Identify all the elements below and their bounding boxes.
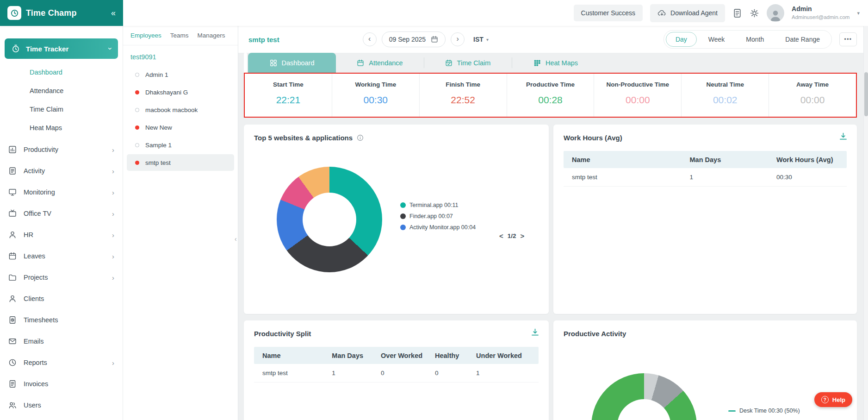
- range-day[interactable]: Day: [666, 32, 697, 47]
- more-options-button[interactable]: •••: [839, 32, 857, 46]
- col-healthy: Healthy: [435, 352, 476, 359]
- employee-list-item[interactable]: New New: [127, 119, 234, 136]
- sidebar-item-attendance[interactable]: Attendance: [0, 81, 123, 100]
- nav-label: Clients: [24, 295, 44, 302]
- sidebar-item-time-claim[interactable]: Time Claim: [0, 100, 123, 119]
- app-body: Time Tracker › Dashboard Attendance Time…: [0, 26, 868, 420]
- topbar-actions: Customer Success Download Agent Admin Ad…: [123, 0, 868, 26]
- sidebar-item-office-tv[interactable]: Office TV›: [0, 203, 123, 224]
- employee-list-item[interactable]: Admin 1: [127, 66, 234, 83]
- customer-success-button[interactable]: Customer Success: [574, 5, 643, 21]
- sidebar-item-leaves[interactable]: Leaves›: [0, 245, 123, 267]
- sidebar-item-projects[interactable]: Projects›: [0, 267, 123, 288]
- vertical-scrollbar[interactable]: [863, 26, 868, 420]
- range-week[interactable]: Week: [699, 32, 735, 47]
- nav-label: Invoices: [24, 380, 48, 388]
- tab-attendance[interactable]: Attendance: [336, 53, 424, 73]
- sidebar-item-hr[interactable]: HR›: [0, 224, 123, 245]
- table-header: Name Man Days Work Hours (Avg): [564, 151, 847, 168]
- user-menu-caret-icon[interactable]: ▾: [857, 10, 860, 16]
- person-icon: [8, 231, 17, 239]
- tab-time-claim[interactable]: Time Claim: [424, 53, 512, 73]
- pagination-page: 1/2: [508, 232, 516, 239]
- employee-list-item-selected[interactable]: smtp test: [127, 154, 234, 171]
- cell-name: smtp test: [262, 370, 332, 376]
- date-picker[interactable]: 09 Sep 2025: [382, 31, 446, 47]
- sidebar-item-invoices[interactable]: Invoices: [0, 373, 123, 395]
- settings-gear-icon[interactable]: [750, 8, 759, 18]
- date-navigation: ‹ 09 Sep 2025 › IST ▾: [363, 31, 489, 47]
- chevron-right-icon: ›: [112, 252, 114, 260]
- tab-teams[interactable]: Teams: [170, 32, 189, 39]
- sidebar-item-reports[interactable]: Reports›: [0, 352, 123, 373]
- stat-away-time: Away Time 00:00: [769, 74, 856, 117]
- status-dot-busy: [135, 161, 139, 165]
- employee-list-item[interactable]: Sample 1: [127, 137, 234, 153]
- sidebar-item-productivity[interactable]: Productivity›: [0, 139, 123, 160]
- status-dot-offline: [135, 108, 139, 112]
- top-apps-donut-chart: [277, 167, 382, 272]
- sidebar-collapse-button[interactable]: «: [110, 8, 117, 18]
- sidebar-item-monitoring[interactable]: Monitoring›: [0, 182, 123, 203]
- chevron-down-icon: ›: [105, 47, 114, 50]
- employee-list-item[interactable]: Dhakshayani G: [127, 84, 234, 100]
- timezone-select[interactable]: IST ▾: [473, 36, 489, 43]
- person-icon: [8, 295, 17, 303]
- tab-heat-maps[interactable]: Heat Maps: [512, 53, 600, 73]
- sidebar-item-clients[interactable]: Clients: [0, 288, 123, 309]
- tab-employees[interactable]: Employees: [130, 32, 161, 39]
- employee-group-label[interactable]: test9091: [123, 45, 238, 66]
- document-icon[interactable]: [732, 8, 742, 18]
- control-bar: smtp test ‹ 09 Sep 2025 › IST ▾ Day: [238, 26, 868, 53]
- help-button[interactable]: ? Help: [814, 392, 852, 407]
- sidebar-item-activity[interactable]: Activity›: [0, 160, 123, 182]
- tab-dashboard[interactable]: Dashboard: [248, 53, 336, 73]
- user-menu[interactable]: Admin Adminuserl@admin.com: [792, 6, 849, 20]
- stat-label: Finish Time: [420, 81, 507, 88]
- range-date-range[interactable]: Date Range: [775, 32, 830, 47]
- next-day-button[interactable]: ›: [451, 32, 465, 46]
- range-toggle: Day Week Month Date Range: [663, 30, 832, 49]
- prev-day-button[interactable]: ‹: [363, 32, 377, 46]
- user-avatar[interactable]: [767, 4, 784, 22]
- tab-managers[interactable]: Managers: [198, 32, 225, 39]
- sidebar-item-heat-maps[interactable]: Heat Maps: [0, 119, 123, 137]
- chevron-right-icon: ›: [112, 210, 114, 218]
- range-controls: Day Week Month Date Range •••: [663, 30, 857, 49]
- work-hours-card: Work Hours (Avg) Name Man Days Work Hour…: [553, 125, 857, 314]
- sidebar-item-time-tracker[interactable]: Time Tracker ›: [5, 38, 118, 59]
- tab-label: Dashboard: [282, 59, 315, 67]
- nav-label: Activity: [24, 167, 45, 175]
- chevron-right-icon: ›: [112, 359, 114, 367]
- top-apps-legend: Terminal.app 00:11 Finder.app 00:07 Acti…: [400, 202, 476, 231]
- legend-label: Desk Time 00:30 (50%): [739, 407, 800, 414]
- nav-label: Productivity: [24, 146, 58, 153]
- download-icon[interactable]: [531, 328, 539, 339]
- pagination-next-button[interactable]: >: [521, 232, 525, 240]
- employee-list-item[interactable]: macbook macbook: [127, 101, 234, 118]
- download-icon[interactable]: [839, 132, 848, 143]
- nav-label: Reports: [24, 359, 47, 366]
- help-label: Help: [832, 396, 845, 403]
- range-month[interactable]: Month: [736, 32, 774, 47]
- sidebar-item-emails[interactable]: Emails: [0, 331, 123, 352]
- sidebar-item-timesheets[interactable]: Timesheets: [0, 309, 123, 331]
- cell-under-worked: 1: [476, 370, 530, 376]
- download-agent-button[interactable]: Download Agent: [650, 4, 725, 22]
- productivity-split-card: Productivity Split Name Man Days Over Wo…: [244, 320, 549, 420]
- question-mark-icon: ?: [821, 396, 829, 403]
- status-dot-busy: [135, 90, 139, 94]
- date-value: 09 Sep 2025: [389, 36, 426, 43]
- sidebar-item-users[interactable]: Users: [0, 395, 123, 416]
- legend-label: Terminal.app 00:11: [409, 202, 458, 208]
- productivity-split-table: Name Man Days Over Worked Healthy Under …: [254, 347, 539, 382]
- time-tracker-label: Time Tracker: [26, 45, 68, 53]
- panel-collapse-handle[interactable]: ‹: [235, 235, 237, 243]
- main-content: smtp test ‹ 09 Sep 2025 › IST ▾ Day: [238, 26, 868, 420]
- pagination-prev-button[interactable]: <: [499, 232, 503, 240]
- info-icon[interactable]: [357, 134, 364, 141]
- scrollbar-thumb[interactable]: [864, 72, 868, 116]
- folder-icon: [8, 273, 17, 282]
- sidebar-item-dashboard[interactable]: Dashboard: [0, 63, 123, 81]
- dashboard-grid-icon: [270, 59, 277, 67]
